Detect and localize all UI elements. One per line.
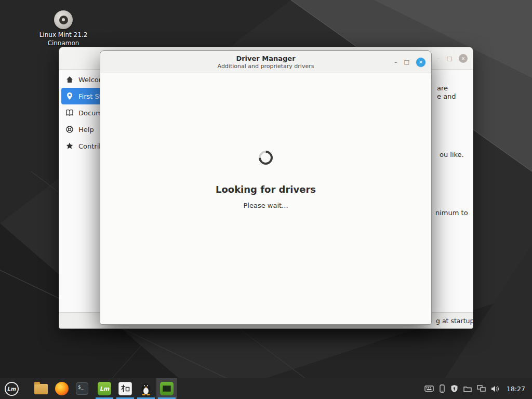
window-list: Lm <box>94 378 177 399</box>
welcome-text-fragment: are <box>437 84 448 92</box>
taskbar-window-welcome[interactable]: Lm <box>94 378 115 399</box>
terminal-launcher-icon[interactable]: $_ <box>76 382 88 395</box>
window-title: Driver Manager <box>236 55 295 62</box>
desktop-icon-linux-mint-iso[interactable]: Linux Mint 21.2 Cinnamon <box>32 10 95 47</box>
driver-manager-window: Driver Manager Additional and proprietar… <box>100 50 432 325</box>
window-subtitle: Additional and proprietary drivers <box>218 63 314 70</box>
status-heading: Looking for drivers <box>216 184 316 195</box>
close-button[interactable]: ✕ <box>416 58 425 67</box>
driver-manager-app-icon <box>160 382 174 395</box>
welcome-text-fragment: nimum to <box>435 209 468 217</box>
input-method-icon <box>118 382 132 395</box>
map-pin-icon <box>65 92 74 100</box>
home-icon <box>65 75 74 84</box>
files-launcher-icon[interactable] <box>34 384 48 394</box>
mint-welcome-icon: Lm <box>98 382 111 395</box>
sidebar-item-label: Help <box>78 126 94 134</box>
close-button[interactable]: ✕ <box>459 54 468 63</box>
welcome-text-fragment: ou like. <box>440 151 464 158</box>
desktop-icon-label: Linux Mint 21.2 Cinnamon <box>32 31 95 47</box>
taskbar-window-driver-manager[interactable] <box>156 378 177 399</box>
taskbar-window-tux-app[interactable] <box>136 378 156 399</box>
taskbar-window-input-method[interactable] <box>115 378 136 399</box>
taskbar: Lm $_ Lm <box>0 378 532 399</box>
firefox-launcher-icon[interactable] <box>55 382 69 395</box>
help-icon <box>65 125 74 134</box>
book-icon <box>65 109 74 117</box>
volume-tray-icon[interactable] <box>491 385 499 393</box>
welcome-text-fragment: e and <box>437 92 456 100</box>
system-tray: 18:27 <box>424 384 532 393</box>
status-text: Please wait... <box>243 202 288 209</box>
penguin-icon <box>140 382 152 395</box>
maximize-button[interactable]: □ <box>404 59 409 65</box>
mint-logo-icon: Lm <box>5 382 19 396</box>
driver-manager-content: Looking for drivers Please wait... <box>100 73 431 324</box>
disc-icon <box>54 10 73 29</box>
loading-spinner-icon <box>256 148 275 167</box>
driver-manager-titlebar[interactable]: Driver Manager Additional and proprietar… <box>100 51 431 73</box>
minimize-button[interactable]: – <box>394 59 397 65</box>
sharing-tray-icon[interactable] <box>463 385 472 392</box>
clock[interactable]: 18:27 <box>507 385 525 393</box>
minimize-button[interactable]: – <box>437 56 440 61</box>
device-tray-icon[interactable] <box>439 384 445 393</box>
mint-menu-button[interactable]: Lm <box>0 378 23 399</box>
keyboard-tray-icon[interactable] <box>424 385 434 392</box>
maximize-button[interactable]: □ <box>447 56 452 61</box>
network-tray-icon[interactable] <box>477 385 486 392</box>
shield-tray-icon[interactable] <box>450 384 458 393</box>
star-icon <box>65 142 74 150</box>
startup-checkbox-label-fragment[interactable]: g at startup <box>436 317 474 325</box>
